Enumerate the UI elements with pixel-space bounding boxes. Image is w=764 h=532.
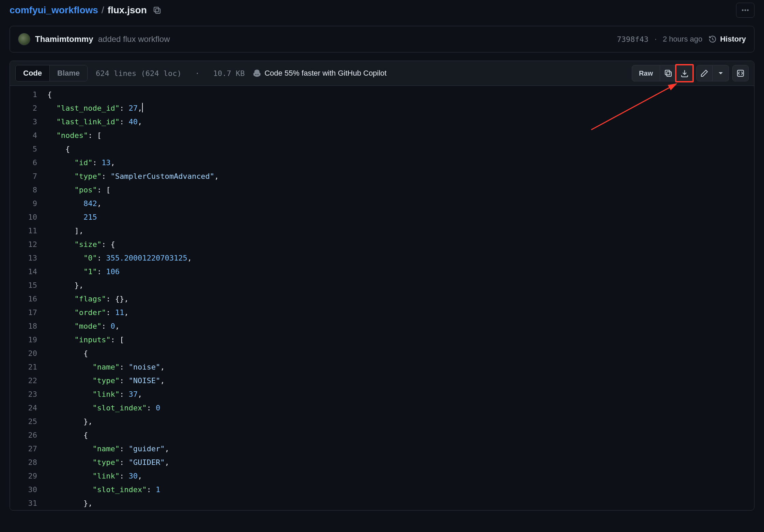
svg-rect-5 (667, 72, 671, 77)
copy-raw-button[interactable] (660, 65, 676, 81)
line-number[interactable]: 17 (10, 306, 37, 319)
line-number[interactable]: 26 (10, 428, 37, 442)
history-link[interactable]: History (708, 35, 746, 44)
copilot-prompt[interactable]: Code 55% faster with GitHub Copilot (253, 69, 386, 78)
view-toggle: Code Blame (15, 65, 88, 81)
commit-message[interactable]: added flux workflow (98, 34, 170, 44)
line-number[interactable]: 13 (10, 251, 37, 265)
line-number[interactable]: 6 (10, 156, 37, 170)
line-number-gutter: 1234567891011121314151617181920212223242… (10, 88, 47, 510)
code-line[interactable]: "pos": [ (47, 183, 754, 197)
code-line[interactable]: { (47, 347, 754, 360)
line-number[interactable]: 8 (10, 183, 37, 197)
code-line[interactable]: "mode": 0, (47, 319, 754, 333)
line-number[interactable]: 21 (10, 360, 37, 374)
line-number[interactable]: 23 (10, 388, 37, 401)
line-number[interactable]: 9 (10, 197, 37, 210)
line-number[interactable]: 15 (10, 279, 37, 292)
copy-path-button[interactable] (153, 6, 161, 14)
code-line[interactable]: ], (47, 224, 754, 238)
blame-tab[interactable]: Blame (50, 65, 87, 81)
line-number[interactable]: 5 (10, 142, 37, 156)
kebab-icon (741, 6, 749, 14)
more-menu-button[interactable] (736, 3, 754, 18)
code-line[interactable]: }, (47, 279, 754, 292)
code-line[interactable]: "type": "NOISE", (47, 374, 754, 388)
symbols-button[interactable] (732, 65, 749, 81)
line-number[interactable]: 7 (10, 170, 37, 183)
line-number[interactable]: 18 (10, 319, 37, 333)
code-line[interactable]: { (47, 88, 754, 101)
line-number[interactable]: 1 (10, 88, 37, 101)
commit-hash[interactable]: 7398f43 (617, 35, 648, 44)
code-line[interactable]: "slot_index": 1 (47, 483, 754, 497)
code-line[interactable]: "last_node_id": 27, (47, 101, 754, 115)
line-number[interactable]: 25 (10, 415, 37, 428)
download-raw-button[interactable] (676, 65, 693, 81)
code-line[interactable]: "order": 11, (47, 306, 754, 319)
code-line[interactable]: "type": "GUIDER", (47, 456, 754, 469)
line-number[interactable]: 10 (10, 210, 37, 224)
code-line[interactable]: "1": 106 (47, 265, 754, 279)
code-line[interactable]: "name": "noise", (47, 360, 754, 374)
code-line[interactable]: "inputs": [ (47, 333, 754, 347)
code-line[interactable]: "slot_index": 0 (47, 401, 754, 415)
code-line[interactable]: "last_link_id": 40, (47, 115, 754, 129)
code-area[interactable]: 1234567891011121314151617181920212223242… (10, 86, 754, 510)
history-icon (708, 35, 717, 43)
line-number[interactable]: 3 (10, 115, 37, 129)
code-line[interactable]: 842, (47, 197, 754, 210)
code-line[interactable]: 215 (47, 210, 754, 224)
caret-down-icon (717, 69, 725, 77)
line-number[interactable]: 22 (10, 374, 37, 388)
line-number[interactable]: 29 (10, 469, 37, 483)
line-number[interactable]: 31 (10, 497, 37, 510)
code-content[interactable]: { "last_node_id": 27, "last_link_id": 40… (47, 88, 754, 510)
line-number[interactable]: 24 (10, 401, 37, 415)
commit-author[interactable]: Thamimtommy (35, 34, 93, 44)
line-number[interactable]: 20 (10, 347, 37, 360)
line-number[interactable]: 11 (10, 224, 37, 238)
code-line[interactable]: }, (47, 415, 754, 428)
symbols-icon (736, 69, 745, 77)
svg-rect-0 (155, 9, 160, 14)
code-tab[interactable]: Code (16, 65, 50, 81)
breadcrumb-parent-link[interactable]: comfyui_workflows (10, 5, 98, 16)
pencil-icon (700, 69, 708, 77)
avatar[interactable] (18, 33, 30, 45)
code-line[interactable]: { (47, 142, 754, 156)
svg-rect-1 (154, 7, 159, 12)
line-number[interactable]: 16 (10, 292, 37, 306)
meta-separator: · (195, 69, 199, 78)
edit-button[interactable] (696, 65, 713, 81)
file-view: Code Blame 624 lines (624 loc) · 10.7 KB… (10, 61, 754, 511)
copy-icon (664, 69, 672, 77)
breadcrumb-separator: / (102, 5, 104, 16)
file-toolbar: Code Blame 624 lines (624 loc) · 10.7 KB… (10, 61, 754, 86)
copilot-text: Code 55% faster with GitHub Copilot (264, 69, 386, 78)
code-line[interactable]: "flags": {}, (47, 292, 754, 306)
code-line[interactable]: { (47, 428, 754, 442)
file-size: 10.7 KB (213, 69, 245, 78)
raw-button[interactable]: Raw (632, 65, 660, 81)
line-number[interactable]: 2 (10, 101, 37, 115)
line-number[interactable]: 19 (10, 333, 37, 347)
line-number[interactable]: 4 (10, 129, 37, 142)
code-line[interactable]: "link": 37, (47, 388, 754, 401)
line-number[interactable]: 27 (10, 442, 37, 456)
code-line[interactable]: "type": "SamplerCustomAdvanced", (47, 170, 754, 183)
edit-menu-button[interactable] (713, 65, 729, 81)
code-line[interactable]: "0": 355.20001220703125, (47, 251, 754, 265)
code-line[interactable]: "nodes": [ (47, 129, 754, 142)
breadcrumb-current: flux.json (108, 5, 147, 16)
line-number[interactable]: 30 (10, 483, 37, 497)
code-line[interactable]: "link": 30, (47, 469, 754, 483)
code-line[interactable]: }, (47, 497, 754, 510)
line-number[interactable]: 28 (10, 456, 37, 469)
file-lines: 624 lines (624 loc) (96, 69, 182, 78)
code-line[interactable]: "id": 13, (47, 156, 754, 170)
code-line[interactable]: "size": { (47, 238, 754, 251)
line-number[interactable]: 14 (10, 265, 37, 279)
line-number[interactable]: 12 (10, 238, 37, 251)
code-line[interactable]: "name": "guider", (47, 442, 754, 456)
